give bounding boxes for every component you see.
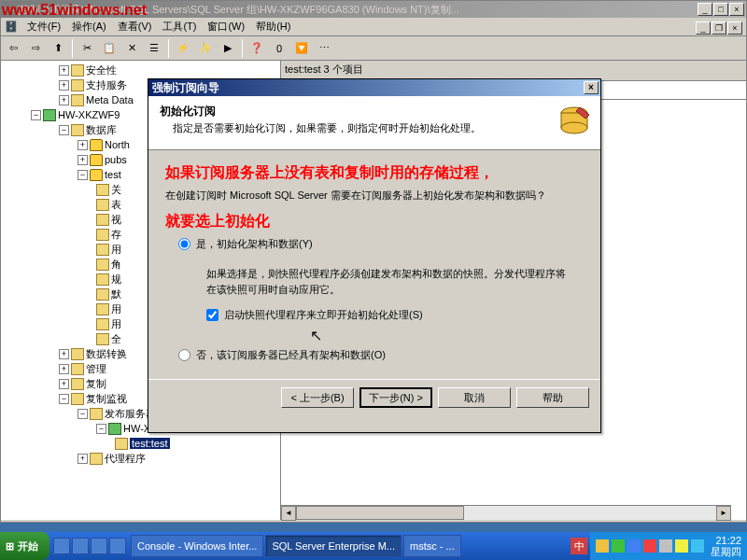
tree-toggle[interactable]: +	[59, 379, 69, 389]
tree-item[interactable]: test:test	[3, 436, 278, 451]
tree-toggle[interactable]: +	[59, 65, 69, 76]
tool-properties[interactable]: ☰	[144, 38, 164, 59]
clock[interactable]: 21:22 星期四	[711, 535, 741, 557]
item-icon	[96, 214, 109, 226]
tray-icon[interactable]	[596, 539, 609, 553]
menu-view[interactable]: 查看(V)	[112, 18, 158, 35]
scroll-right[interactable]: ►	[716, 506, 731, 521]
snapshot-checkbox[interactable]	[206, 309, 218, 321]
item-icon	[96, 333, 109, 345]
tool-run[interactable]: ▶	[218, 38, 238, 59]
minimize-button[interactable]: _	[698, 3, 712, 16]
tree-toggle[interactable]: −	[59, 125, 69, 135]
tree-item[interactable]: +安全性	[3, 63, 278, 77]
mdi-close[interactable]: ×	[727, 21, 742, 35]
tool-delete[interactable]: ✕	[121, 38, 142, 59]
ime-indicator[interactable]: 中	[571, 538, 587, 554]
db-icon	[90, 154, 103, 166]
item-icon	[96, 303, 109, 315]
radio-no[interactable]	[178, 349, 190, 361]
folder-icon	[71, 378, 84, 390]
tree-toggle[interactable]: −	[31, 110, 41, 120]
tree-toggle[interactable]: +	[59, 364, 69, 374]
dialog-close-button[interactable]: ×	[584, 81, 599, 94]
server-icon	[43, 109, 56, 121]
mdi-restore[interactable]: ❐	[712, 21, 726, 35]
tree-toggle[interactable]: +	[59, 95, 69, 105]
tree-toggle[interactable]: −	[78, 170, 88, 180]
wizard-icon	[556, 102, 593, 139]
item-icon	[96, 288, 109, 301]
tool-copy[interactable]: 📋	[99, 38, 120, 59]
menu-file[interactable]: 文件(F)	[21, 18, 66, 35]
tool-refresh[interactable]: ⚡	[173, 38, 193, 59]
tray-icon[interactable]	[675, 539, 688, 553]
snapshot-checkbox-row[interactable]: 启动快照代理程序来立即开始初始化处理(S)	[206, 308, 574, 322]
cursor-icon: ↖	[310, 327, 322, 344]
tool-stop[interactable]: 0	[269, 38, 289, 59]
tool-up[interactable]: ⬆	[48, 38, 68, 59]
tool-filter[interactable]: 🔽	[291, 38, 312, 59]
menu-help[interactable]: 帮助(H)	[250, 18, 296, 35]
item-icon	[96, 259, 109, 271]
tree-toggle[interactable]: +	[78, 155, 88, 165]
tree-toggle[interactable]: −	[59, 394, 69, 404]
ql-ie-icon[interactable]	[53, 538, 70, 554]
taskbar-task[interactable]: mstsc - ...	[403, 535, 461, 557]
pub-icon	[115, 438, 128, 450]
dialog-title: 强制订阅向导	[150, 80, 584, 96]
tool-more[interactable]: ⋯	[314, 38, 334, 59]
radio-no-row[interactable]: 否，该订阅服务器已经具有架构和数据(O)	[178, 348, 584, 362]
item-icon	[96, 318, 109, 330]
tree-toggle[interactable]: −	[78, 409, 88, 419]
tray-icon[interactable]	[691, 539, 704, 553]
dialog-title-bar[interactable]: 强制订阅向导 ×	[148, 79, 600, 96]
ql-cmd-icon[interactable]	[109, 538, 126, 554]
tree-toggle[interactable]: +	[59, 349, 69, 359]
ql-desktop-icon[interactable]	[72, 538, 89, 554]
db-icon	[90, 139, 103, 151]
radio-yes-row[interactable]: 是，初始化架构和数据(Y)	[178, 237, 584, 251]
force-subscription-wizard-dialog: 强制订阅向导 × 初始化订阅 指定是否需要初始化订阅，如果需要，则指定何时开始初…	[148, 78, 601, 433]
tree-item[interactable]: +代理程序	[3, 451, 278, 466]
tray-icon[interactable]	[612, 539, 625, 553]
dialog-footer: < 上一步(B) 下一步(N) > 取消 帮助	[148, 379, 600, 415]
taskbar-task[interactable]: SQL Server Enterprise M...	[265, 535, 402, 557]
menu-window[interactable]: 窗口(W)	[202, 18, 250, 35]
tree-toggle[interactable]: −	[96, 424, 106, 434]
menu-action[interactable]: 操作(A)	[66, 18, 112, 35]
close-button[interactable]: ×	[729, 3, 744, 16]
taskbar-task[interactable]: Console - Windows Inter...	[131, 535, 263, 557]
system-tray: 21:22 星期四	[590, 532, 747, 560]
ql-app-icon[interactable]	[91, 538, 107, 554]
tool-wizard[interactable]: ✨	[195, 38, 216, 59]
tree-toggle[interactable]: +	[59, 80, 69, 91]
next-button[interactable]: 下一步(N) >	[359, 387, 432, 408]
tree-toggle[interactable]: +	[78, 140, 88, 150]
tool-back[interactable]: ⇦	[3, 38, 23, 59]
tray-icon[interactable]	[627, 539, 641, 553]
tree-toggle[interactable]: +	[78, 454, 88, 464]
tool-cut[interactable]: ✂	[77, 38, 97, 59]
cancel-button[interactable]: 取消	[438, 387, 511, 408]
tree-label: 用	[111, 317, 121, 331]
tree-scrollbar[interactable]: ◄ ►	[281, 505, 731, 520]
back-button[interactable]: < 上一步(B)	[281, 387, 354, 408]
menu-tools[interactable]: 工具(T)	[157, 18, 202, 35]
tray-icon[interactable]	[643, 539, 656, 553]
item-icon	[96, 229, 109, 241]
clock-time: 21:22	[711, 535, 741, 546]
tree-label: 支持服务	[86, 78, 127, 92]
tool-help[interactable]: ❓	[247, 38, 267, 59]
mdi-minimize[interactable]: _	[696, 21, 711, 35]
tool-forward[interactable]: ⇨	[25, 38, 46, 59]
maximize-button[interactable]: □	[713, 3, 728, 16]
scroll-left[interactable]: ◄	[281, 506, 296, 521]
tray-icon[interactable]	[659, 539, 672, 553]
start-button[interactable]: ⊞ 开始	[0, 532, 49, 560]
radio-yes[interactable]	[178, 238, 190, 250]
help-button[interactable]: 帮助	[516, 387, 589, 408]
tree-label: test	[105, 169, 121, 180]
folder-icon	[71, 348, 84, 360]
item-icon	[96, 199, 109, 211]
